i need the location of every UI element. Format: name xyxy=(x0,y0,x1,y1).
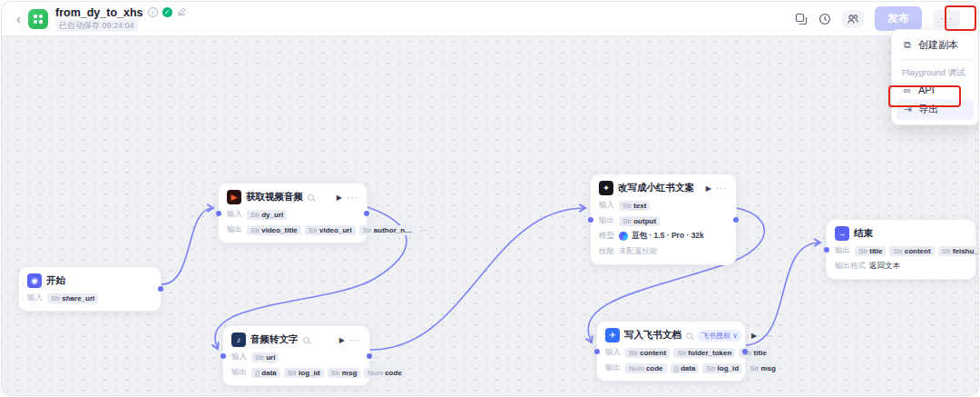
menu-item-label: 导出 xyxy=(918,103,938,116)
param-chip[interactable]: Strlog_id xyxy=(284,368,324,378)
port-left[interactable] xyxy=(594,349,600,354)
node-row: 输出Stroutput xyxy=(599,215,728,226)
param-chip[interactable]: Strtitle xyxy=(855,246,886,256)
collaborators-icon[interactable] xyxy=(842,10,864,28)
copy-icon[interactable] xyxy=(795,13,808,25)
port-left[interactable] xyxy=(216,211,221,216)
node-audio-to-text[interactable]: ♪音频转文字▶···输入Strurl输出{}dataStrlog_idStrms… xyxy=(222,325,370,386)
more-button[interactable]: ··· xyxy=(933,10,960,27)
autosave-status: 已自动保存 09:24:04 xyxy=(55,20,138,32)
param-name: content xyxy=(640,349,666,357)
run-node-icon[interactable]: ▶ xyxy=(339,336,345,344)
title-block: from_dy_to_xhs i ✓ 已自动保存 09:24:04 xyxy=(55,6,187,32)
port-right[interactable] xyxy=(733,217,739,223)
history-icon[interactable] xyxy=(818,13,831,25)
port-right[interactable] xyxy=(742,349,748,354)
node-row: 输出格式返回文本 xyxy=(835,261,967,272)
verified-check-icon: ✓ xyxy=(162,7,172,17)
node-title: 改写成小红书文案 xyxy=(618,182,694,194)
end-icon: → xyxy=(835,226,849,241)
param-chip[interactable]: Numcode xyxy=(625,363,667,373)
param-type: Str xyxy=(363,226,372,234)
node-title: 获取视频音频 xyxy=(246,191,303,203)
node-write-feishu-doc[interactable]: ✈写入飞书文档飞书授权 ∨▶···输入StrcontentStrfolder_t… xyxy=(596,321,746,382)
menu-item-label: API xyxy=(918,84,935,95)
param-chip[interactable]: Strlog_id xyxy=(702,363,742,373)
param-chip[interactable]: Strcontent xyxy=(889,246,934,256)
param-name: author_n… xyxy=(374,226,412,234)
param-name: log_id xyxy=(718,364,740,372)
menu-item-api[interactable]: ∞API xyxy=(897,81,974,99)
param-type: Str xyxy=(858,247,867,255)
auth-badge[interactable]: 飞书授权 ∨ xyxy=(697,330,742,342)
publish-button[interactable]: 发布 xyxy=(875,6,922,31)
node-get-video-audio[interactable]: ▶获取视频音频▶···输入Strdy_url输出Strvideo_titleSt… xyxy=(218,183,368,243)
node-row: 输入Strshare_url xyxy=(27,293,152,303)
param-chip[interactable]: {}data xyxy=(251,368,280,378)
param-chip[interactable]: Strmsg xyxy=(328,368,361,378)
port-left[interactable] xyxy=(824,247,829,253)
param-chip[interactable]: Strvideo_url xyxy=(305,225,356,235)
param-chip[interactable]: Strfolder_token xyxy=(673,348,735,358)
node-header: ♪音频转文字▶··· xyxy=(231,332,361,347)
node-row: 模型豆包 · 1.5 · Pro · 32k xyxy=(599,231,728,242)
param-name: share_url xyxy=(62,294,94,303)
param-chip[interactable]: Strdy_url xyxy=(247,210,287,220)
run-node-icon[interactable]: ▶ xyxy=(751,332,757,340)
node-row: 输入Strdy_url xyxy=(227,209,358,220)
node-more-icon[interactable]: ··· xyxy=(349,338,361,342)
row-label: 模型 xyxy=(599,231,615,242)
param-chip[interactable]: Strtext xyxy=(619,201,650,211)
model-icon xyxy=(619,232,628,241)
port-left[interactable] xyxy=(220,353,226,359)
param-type: Num xyxy=(368,369,383,377)
node-more-icon[interactable]: ··· xyxy=(716,186,728,191)
workflow-canvas[interactable]: ◉开始输入Strshare_url▶获取视频音频▶···输入Strdy_url输… xyxy=(2,36,979,396)
port-right[interactable] xyxy=(367,353,372,359)
param-chip[interactable]: Strmsg xyxy=(746,363,779,373)
node-rewrite-xhs[interactable]: ✦改写成小红书文案▶···输入Strtext输出Stroutput模型豆包 · … xyxy=(590,174,737,265)
video-plugin-icon: ▶ xyxy=(227,190,241,204)
param-chip[interactable]: Strvideo_title xyxy=(247,225,301,235)
workflow-logo-icon xyxy=(28,9,48,29)
llm-icon: ✦ xyxy=(599,181,613,195)
node-more-icon[interactable]: ··· xyxy=(761,333,773,338)
param-chip[interactable]: Strauthor_n… xyxy=(359,225,416,235)
row-label: 输入 xyxy=(605,347,622,358)
run-node-icon[interactable]: ▶ xyxy=(337,194,342,202)
param-chip[interactable]: Strfeishu_url xyxy=(938,246,979,256)
info-icon[interactable]: i xyxy=(148,7,158,17)
param-chip[interactable]: Stroutput xyxy=(619,216,660,226)
param-chip[interactable]: Numcode xyxy=(364,368,406,378)
param-name: msg xyxy=(342,369,357,377)
param-chip[interactable]: {}data xyxy=(671,363,700,373)
back-button[interactable]: ‹ xyxy=(11,11,26,26)
node-more-icon[interactable]: ··· xyxy=(347,195,358,200)
port-left[interactable] xyxy=(588,217,593,223)
param-type: Str xyxy=(750,364,759,372)
node-start[interactable]: ◉开始输入Strshare_url xyxy=(18,266,162,312)
node-row: 输出Strvideo_titleStrvideo_urlStrauthor_n…… xyxy=(227,224,358,235)
edge-start-to-get-video-audio[interactable] xyxy=(162,208,213,284)
row-label: 输出 xyxy=(835,245,851,256)
port-right[interactable] xyxy=(364,211,369,216)
node-row: 输入Strurl xyxy=(231,352,361,362)
header-bar: ‹ from_dy_to_xhs i ✓ 已自动保存 09:24:04 xyxy=(2,2,978,36)
param-chip[interactable]: Strshare_url xyxy=(47,293,98,303)
menu-item-duplicate[interactable]: ⧉创建副本 xyxy=(897,35,974,55)
param-type: Str xyxy=(622,217,632,225)
feishu-icon: ✈ xyxy=(605,328,620,342)
param-chip[interactable]: Strurl xyxy=(251,352,279,362)
node-end[interactable]: →结束输出StrtitleStrcontentStrfeishu_url输出格式… xyxy=(826,219,976,280)
edit-icon[interactable] xyxy=(177,6,187,18)
menu-item-export[interactable]: ⇥导出 xyxy=(897,99,974,120)
chips-overflow-icon[interactable]: ··· xyxy=(419,225,427,234)
run-node-icon[interactable]: ▶ xyxy=(706,184,711,193)
param-chip[interactable]: Strcontent xyxy=(625,348,670,358)
model-value: 豆包 · 1.5 · Pro · 32k xyxy=(619,231,704,242)
param-name: title xyxy=(754,349,767,357)
port-right[interactable] xyxy=(158,286,163,292)
edge-write-feishu-doc-to-end[interactable] xyxy=(746,243,820,345)
node-row: 输出{}dataStrlog_idStrmsgNumcode xyxy=(231,367,361,378)
param-name: code xyxy=(385,369,402,377)
